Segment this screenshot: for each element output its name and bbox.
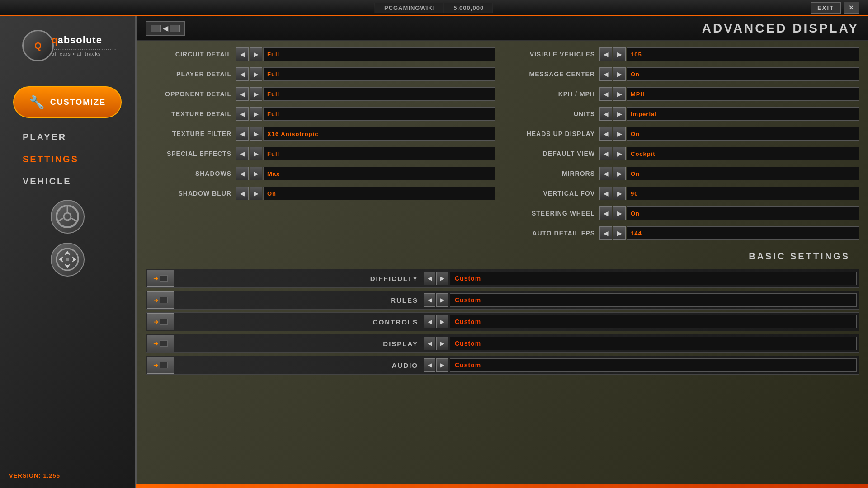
setting-controls-right-5: ◀ ▶ Cockpit bbox=[599, 147, 859, 160]
arrow-left-r-0[interactable]: ◀ bbox=[599, 47, 612, 61]
arrows-circle bbox=[51, 243, 85, 277]
setting-value-right-0: 105 bbox=[627, 47, 859, 61]
basic-settings-title: BASIC SETTINGS bbox=[146, 249, 859, 264]
setting-value-right-6: On bbox=[627, 167, 859, 180]
customize-button[interactable]: 🔧 CUSTOMIZE bbox=[13, 86, 122, 118]
basic-arrow-left-4[interactable]: ◀ bbox=[424, 358, 435, 372]
arrow-left-2[interactable]: ◀ bbox=[236, 87, 249, 101]
setting-label-right-8: STEERING WHEEL bbox=[509, 210, 599, 217]
arrow-right-5[interactable]: ▶ bbox=[250, 147, 262, 160]
arrow-right-7[interactable]: ▶ bbox=[250, 187, 262, 200]
goto-arrow-4: ➜ bbox=[153, 361, 159, 369]
arrow-right-r-2[interactable]: ▶ bbox=[613, 87, 626, 101]
arrow-right-r-1[interactable]: ▶ bbox=[613, 67, 626, 81]
arrow-left-3[interactable]: ◀ bbox=[236, 107, 249, 121]
svg-point-10 bbox=[66, 258, 69, 261]
arrow-right-r-8[interactable]: ▶ bbox=[613, 206, 626, 220]
arrow-right-2[interactable]: ▶ bbox=[250, 87, 262, 101]
basic-label-2: CONTROLS bbox=[175, 318, 422, 326]
setting-label-left-3: TEXTURE DETAIL bbox=[146, 110, 236, 117]
logo-circle: Q bbox=[22, 30, 54, 61]
arrow-right-1[interactable]: ▶ bbox=[250, 67, 262, 81]
setting-value-right-9: 144 bbox=[627, 226, 859, 240]
arrow-right-r-4[interactable]: ▶ bbox=[613, 127, 626, 141]
goto-arrow-2: ➜ bbox=[153, 318, 159, 325]
setting-value-left-1: Full bbox=[263, 67, 495, 81]
nav-settings[interactable]: SETTINGS bbox=[13, 149, 122, 169]
basic-setting-row-0: ➜ DIFFICULTY ◀ ▶ Custom bbox=[146, 269, 859, 288]
arrow-right-r-0[interactable]: ▶ bbox=[613, 47, 626, 61]
arrow-left-r-3[interactable]: ◀ bbox=[599, 107, 612, 121]
setting-label-right-9: AUTO DETAIL FPS bbox=[509, 230, 599, 237]
basic-arrow-right-2[interactable]: ▶ bbox=[436, 315, 448, 328]
arrow-left-5[interactable]: ◀ bbox=[236, 147, 249, 160]
version-label: VERSION: 1.255 bbox=[9, 472, 60, 479]
setting-value-left-2: Full bbox=[263, 87, 495, 101]
arrow-left-r-1[interactable]: ◀ bbox=[599, 67, 612, 81]
basic-arrow-left-1[interactable]: ◀ bbox=[424, 293, 435, 307]
setting-value-right-2: MPH bbox=[627, 87, 859, 101]
setting-controls-left-1: ◀ ▶ Full bbox=[236, 67, 495, 81]
right-setting-row-1: MESSAGE CENTER ◀ ▶ On bbox=[509, 66, 859, 83]
goto-btn-3[interactable]: ➜ bbox=[147, 335, 174, 352]
arrow-left-r-2[interactable]: ◀ bbox=[599, 87, 612, 101]
arrow-right-r-9[interactable]: ▶ bbox=[613, 226, 626, 240]
arrow-right-0[interactable]: ▶ bbox=[250, 47, 262, 61]
steering-wheel-circle bbox=[51, 200, 85, 234]
right-setting-row-5: DEFAULT VIEW ◀ ▶ Cockpit bbox=[509, 145, 859, 162]
arrow-left-6[interactable]: ◀ bbox=[236, 167, 249, 180]
basic-arrows-1: ◀ ▶ bbox=[424, 293, 448, 307]
basic-label-4: AUDIO bbox=[175, 361, 422, 369]
steering-wheel-icon[interactable] bbox=[49, 198, 85, 235]
exit-button[interactable]: EXIT bbox=[811, 2, 841, 14]
basic-arrow-right-1[interactable]: ▶ bbox=[436, 293, 448, 307]
arrow-left-r-6[interactable]: ◀ bbox=[599, 167, 612, 180]
nav-player[interactable]: PLAYER bbox=[13, 127, 122, 147]
basic-arrow-right-0[interactable]: ▶ bbox=[436, 272, 448, 285]
arrow-right-r-3[interactable]: ▶ bbox=[613, 107, 626, 121]
setting-label-left-7: SHADOW BLUR bbox=[146, 190, 236, 197]
basic-arrow-right-4[interactable]: ▶ bbox=[436, 358, 448, 372]
arrow-right-6[interactable]: ▶ bbox=[250, 167, 262, 180]
arrow-right-4[interactable]: ▶ bbox=[250, 127, 262, 141]
arrow-left-4[interactable]: ◀ bbox=[236, 127, 249, 141]
setting-label-left-0: CIRCUIT DETAIL bbox=[146, 51, 236, 58]
goto-btn-2[interactable]: ➜ bbox=[147, 313, 174, 330]
arrow-left-1[interactable]: ◀ bbox=[236, 67, 249, 81]
right-setting-row-3: UNITS ◀ ▶ Imperial bbox=[509, 105, 859, 122]
basic-arrow-left-0[interactable]: ◀ bbox=[424, 272, 435, 285]
basic-arrow-right-3[interactable]: ▶ bbox=[436, 337, 448, 350]
setting-label-right-4: HEADS UP DISPLAY bbox=[509, 130, 599, 137]
goto-box-4 bbox=[160, 362, 168, 368]
arrow-left-7[interactable]: ◀ bbox=[236, 187, 249, 200]
goto-btn-0[interactable]: ➜ bbox=[147, 270, 174, 287]
arrow-left-r-7[interactable]: ◀ bbox=[599, 187, 612, 200]
setting-value-left-3: Full bbox=[263, 107, 495, 121]
svg-line-4 bbox=[71, 218, 77, 221]
arrow-left-r-9[interactable]: ◀ bbox=[599, 226, 612, 240]
goto-btn-1[interactable]: ➜ bbox=[147, 291, 174, 309]
basic-arrows-3: ◀ ▶ bbox=[424, 337, 448, 350]
basic-arrows-0: ◀ ▶ bbox=[424, 272, 448, 285]
nav-vehicle[interactable]: VEHICLE bbox=[13, 171, 122, 192]
basic-arrows-2: ◀ ▶ bbox=[424, 315, 448, 328]
setting-controls-left-2: ◀ ▶ Full bbox=[236, 87, 495, 101]
close-button[interactable]: ✕ bbox=[844, 2, 859, 14]
back-arrow-icon: ◀ bbox=[163, 24, 168, 33]
basic-arrow-left-2[interactable]: ◀ bbox=[424, 315, 435, 328]
arrow-left-0[interactable]: ◀ bbox=[236, 47, 249, 61]
arrow-left-r-5[interactable]: ◀ bbox=[599, 147, 612, 160]
arrow-left-r-8[interactable]: ◀ bbox=[599, 206, 612, 220]
basic-value-2: Custom bbox=[450, 315, 857, 328]
basic-arrow-left-3[interactable]: ◀ bbox=[424, 337, 435, 350]
arrow-left-r-4[interactable]: ◀ bbox=[599, 127, 612, 141]
left-settings-col: CIRCUIT DETAIL ◀ ▶ Full PLAYER DETAIL ◀ … bbox=[146, 46, 495, 244]
goto-btn-4[interactable]: ➜ bbox=[147, 357, 174, 374]
arrow-right-r-5[interactable]: ▶ bbox=[613, 147, 626, 160]
arrow-right-3[interactable]: ▶ bbox=[250, 107, 262, 121]
setting-controls-left-6: ◀ ▶ Max bbox=[236, 167, 495, 180]
arrows-icon[interactable] bbox=[49, 241, 85, 277]
back-button[interactable]: ◀ bbox=[146, 21, 185, 36]
arrow-right-r-6[interactable]: ▶ bbox=[613, 167, 626, 180]
arrow-right-r-7[interactable]: ▶ bbox=[613, 187, 626, 200]
